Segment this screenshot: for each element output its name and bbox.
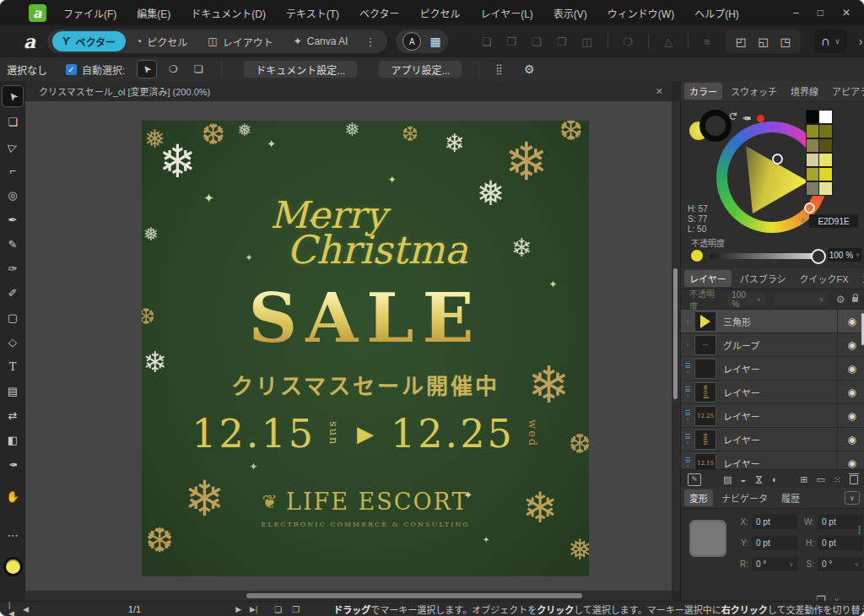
next-page-icon[interactable]: ▶ xyxy=(235,605,241,613)
persona-ピクセル[interactable]: ◔ピクセル xyxy=(126,31,197,51)
last-page-icon[interactable]: ▶| xyxy=(250,605,257,613)
more-tools[interactable]: ⋯ xyxy=(3,525,23,545)
corner-tool[interactable]: ⌐ xyxy=(3,160,23,181)
vector-shape-icon[interactable]: ◐ xyxy=(772,474,778,484)
prev-page-icon[interactable]: ◀ xyxy=(23,605,29,613)
layers-tab-スタイル[interactable]: スタイル xyxy=(857,270,864,287)
contour-tool[interactable]: ⇄ xyxy=(3,405,23,425)
vector-brush-tool[interactable]: ✑ xyxy=(3,258,23,278)
color-tab-カラー[interactable]: カラー xyxy=(684,83,722,100)
paint-brush-tool[interactable]: ✐ xyxy=(3,283,23,303)
blend-mode-dropdown[interactable]: ∨ xyxy=(774,293,828,305)
shade-swatch-1[interactable] xyxy=(818,110,833,124)
layer-row[interactable]: ☰›12.15レイヤー◉ xyxy=(681,451,864,470)
opacity-value-dropdown[interactable]: 100 %∨ xyxy=(828,248,861,262)
eyedropper-icon[interactable]: ✒ xyxy=(742,111,752,125)
move-tool[interactable]: ➤ xyxy=(2,85,24,107)
layer-row[interactable]: ☰›12.25レイヤー◉ xyxy=(681,404,864,428)
aspect-lock-icon[interactable]: ] xyxy=(858,525,861,534)
transform-field-Y[interactable]: 0 pt xyxy=(752,536,797,550)
rectangle-tool[interactable]: ▢ xyxy=(3,307,23,327)
opacity-slider[interactable] xyxy=(710,253,818,259)
shade-swatch-5[interactable] xyxy=(818,138,833,153)
pan-tool[interactable]: ✋ xyxy=(3,486,23,506)
transform-field-R[interactable]: 0 °∨ xyxy=(752,557,797,571)
transform-tab-変形[interactable]: 変形 xyxy=(684,489,713,506)
app-settings-button[interactable]: アプリ設定... xyxy=(379,61,462,78)
marquee-mode-icon[interactable]: ❏ xyxy=(189,61,208,78)
toolbar-overflow-icon[interactable]: › xyxy=(859,35,863,48)
layer-visibility-icon[interactable]: ◉ xyxy=(837,357,856,380)
maximize-icon[interactable]: □ xyxy=(818,7,824,19)
opacity-slider-knob[interactable] xyxy=(811,249,826,264)
persona-レイアウト[interactable]: ◫レイアウト xyxy=(197,31,283,51)
layer-gear-icon[interactable]: ⚙ xyxy=(836,294,845,305)
dot-grid-icon[interactable]: ⣿ xyxy=(489,61,508,78)
canvas-vertical-scrollbar[interactable] xyxy=(672,101,680,591)
transform-field-S[interactable]: 0 °∨ xyxy=(818,557,863,571)
edit-all-layers-icon[interactable]: ✎ xyxy=(688,473,701,486)
menu-ファイル(F)[interactable]: ファイル(F) xyxy=(63,6,116,20)
layers-tab-クイックFX[interactable]: クイックFX xyxy=(794,270,853,287)
pattern-icon[interactable]: ⁙ xyxy=(834,474,841,485)
transform-field-W[interactable]: 0 pt xyxy=(818,515,863,529)
menu-ウィンドウ(W)[interactable]: ウィンドウ(W) xyxy=(608,6,674,20)
shape-tool[interactable]: ◇ xyxy=(3,332,23,352)
node-tool[interactable]: ▷ xyxy=(3,136,23,156)
shade-swatch-11[interactable] xyxy=(818,181,833,196)
color-tab-境界線[interactable]: 境界線 xyxy=(786,83,824,100)
shade-swatch-3[interactable] xyxy=(818,124,833,138)
transform-tab-履歴[interactable]: 履歴 xyxy=(776,489,805,506)
hue-marker[interactable] xyxy=(804,203,815,213)
first-page-icon[interactable]: |◀ xyxy=(8,601,14,616)
color-tab-スウォッチ[interactable]: スウォッチ xyxy=(726,83,782,100)
transform-field-H[interactable]: 0 pt xyxy=(818,536,863,550)
layers-tab-レイヤー[interactable]: レイヤー xyxy=(684,270,732,287)
insert-mode-icon-0[interactable]: ◰ xyxy=(736,35,746,48)
layer-row[interactable]: ☰›sunレイヤー◉ xyxy=(681,428,864,451)
mask-icon[interactable]: ◒ xyxy=(740,474,746,484)
layer-visibility-icon[interactable]: ◉ xyxy=(837,381,856,403)
sl-marker[interactable] xyxy=(772,154,783,165)
layer-visibility-icon[interactable]: ◉ xyxy=(837,310,856,332)
insert-mode-icon-1[interactable]: ◱ xyxy=(758,35,768,48)
single-page-icon[interactable]: ❏ xyxy=(274,605,282,614)
auto-select-checkbox[interactable]: ✓ xyxy=(66,64,77,75)
gradient-tool[interactable]: ◧ xyxy=(3,430,23,450)
adjustment-icon[interactable]: ▨ xyxy=(723,474,732,485)
canvas-horizontal-scrollbar[interactable] xyxy=(25,591,672,601)
layer-row[interactable]: ☰›wedレイヤー◉ xyxy=(681,381,864,404)
current-color-indicator[interactable] xyxy=(3,557,23,576)
text-tool[interactable]: T xyxy=(3,356,23,376)
layer-row[interactable]: ☰›レイヤー◉ xyxy=(681,357,864,381)
layer-visibility-icon[interactable]: ◉ xyxy=(837,333,856,356)
menu-表示(V)[interactable]: 表示(V) xyxy=(554,6,587,20)
menu-レイヤー(L)[interactable]: レイヤー(L) xyxy=(481,6,533,20)
layer-visibility-icon[interactable]: ◉ xyxy=(837,451,856,470)
menu-ピクセル[interactable]: ピクセル xyxy=(420,6,461,20)
transform-tab-ナビゲータ[interactable]: ナビゲータ xyxy=(716,489,773,506)
image-tool[interactable]: ▤ xyxy=(3,381,23,401)
livefilter-icon[interactable]: ⋈ xyxy=(753,475,764,484)
persona-ベクター[interactable]: ϒベクター xyxy=(52,31,126,51)
layers-opacity-dropdown[interactable]: 100 %∨ xyxy=(727,293,765,305)
color-picker-tool[interactable]: ✒ xyxy=(3,454,23,474)
delete-layer-icon[interactable] xyxy=(850,475,858,484)
menu-ヘルプ(H)[interactable]: ヘルプ(H) xyxy=(694,6,739,20)
shade-swatch-7[interactable] xyxy=(818,153,833,167)
transform-tool[interactable]: ❏ xyxy=(3,111,23,132)
new-layer-icon[interactable]: ⊞ xyxy=(800,474,807,485)
layer-visibility-icon[interactable]: ◉ xyxy=(837,428,856,451)
point-transform-tool[interactable]: ◎ xyxy=(3,185,23,205)
tab-close-icon[interactable]: ✕ xyxy=(656,86,663,97)
layer-row[interactable]: ⁘三角形◉ xyxy=(681,310,864,333)
persona-overflow-icon[interactable]: ⋮ xyxy=(364,35,375,48)
minimize-icon[interactable]: – xyxy=(793,7,799,19)
menu-テキスト(T)[interactable]: テキスト(T) xyxy=(286,6,339,20)
lasso-mode-icon[interactable]: ❍ xyxy=(164,61,182,78)
grid-view-icon[interactable]: ▦ xyxy=(429,35,440,48)
shade-swatch-9[interactable] xyxy=(818,167,833,181)
pen-tool[interactable]: ✒ xyxy=(3,209,23,230)
document-tab[interactable]: クリスマスセール_ol [変更済み] (200.0%) xyxy=(39,84,210,98)
snapping-button[interactable]: ∩ ∨ xyxy=(814,30,847,53)
